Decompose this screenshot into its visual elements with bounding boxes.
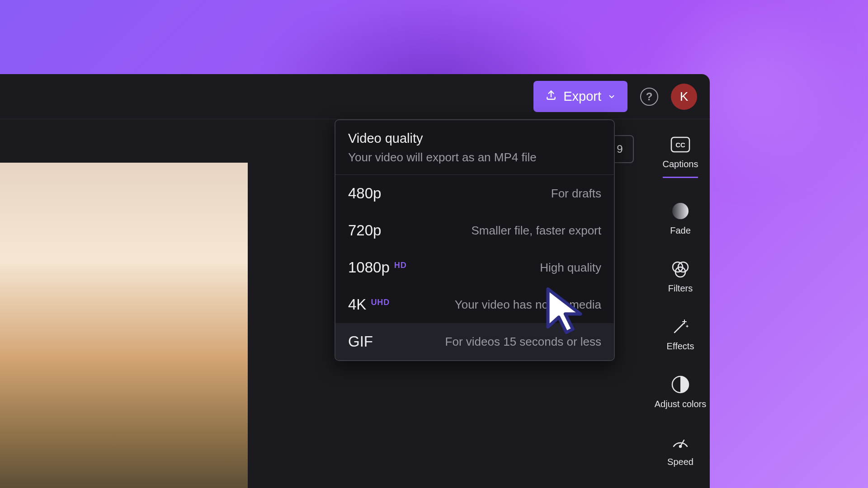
help-button[interactable]: ? xyxy=(640,88,658,106)
rail-item-label: Filters xyxy=(668,283,693,294)
quality-option-gif[interactable]: GIFFor videos 15 seconds or less xyxy=(335,323,614,360)
avatar-initial: K xyxy=(680,89,689,104)
option-left: 480p xyxy=(348,185,381,202)
rail-item-label: Speed xyxy=(667,456,693,467)
option-description: Smaller file, faster export xyxy=(471,224,601,238)
quality-option-480p[interactable]: 480pFor drafts xyxy=(335,175,614,212)
option-description: Your video has no 4K media xyxy=(455,298,601,312)
option-badge: HD xyxy=(394,261,407,270)
right-tool-rail: CCCaptionsFadeFiltersEffectsAdjust color… xyxy=(651,135,710,467)
option-label: 1080p xyxy=(348,259,390,276)
export-button[interactable]: Export xyxy=(533,81,627,112)
app-window: Export ? K 9 CCCaptionsFadeFiltersEffect… xyxy=(0,74,710,488)
rail-item-fade[interactable]: Fade xyxy=(670,202,691,236)
dropdown-subtitle: Your video will export as an MP4 file xyxy=(348,150,601,164)
rail-item-label: Effects xyxy=(667,341,694,352)
effects-icon xyxy=(670,317,691,336)
export-quality-dropdown: Video quality Your video will export as … xyxy=(335,119,615,361)
svg-point-3 xyxy=(672,203,689,219)
dropdown-title: Video quality xyxy=(348,131,601,146)
filters-icon xyxy=(670,259,691,278)
option-left: 1080pHD xyxy=(348,259,407,276)
option-left: 4KUHD xyxy=(348,296,390,313)
option-description: For drafts xyxy=(551,187,601,201)
topbar: Export ? K xyxy=(0,74,710,119)
option-left: GIF xyxy=(348,333,373,350)
rail-item-effects[interactable]: Effects xyxy=(667,317,694,352)
option-label: 480p xyxy=(348,185,381,202)
aspect-ratio-value: 9 xyxy=(617,143,623,155)
captions-icon: CC xyxy=(670,135,691,154)
rail-item-captions[interactable]: CCCaptions xyxy=(663,135,698,178)
quality-option-4k[interactable]: 4KUHDYour video has no 4K media xyxy=(335,286,614,323)
video-preview[interactable] xyxy=(0,163,248,488)
speed-icon xyxy=(670,433,691,452)
rail-item-label: Captions xyxy=(663,159,698,169)
option-label: 720p xyxy=(348,222,381,239)
dropdown-header: Video quality Your video will export as … xyxy=(335,120,614,175)
avatar[interactable]: K xyxy=(671,84,697,110)
export-button-label: Export xyxy=(563,89,601,104)
rail-item-label: Adjust colors xyxy=(655,399,707,409)
help-icon: ? xyxy=(646,90,653,103)
rail-item-speed[interactable]: Speed xyxy=(667,433,693,467)
quality-option-1080p[interactable]: 1080pHDHigh quality xyxy=(335,249,614,286)
chevron-down-icon xyxy=(608,89,616,104)
option-badge: UHD xyxy=(371,298,390,307)
rail-item-adjust-colors[interactable]: Adjust colors xyxy=(655,375,707,409)
fade-icon xyxy=(670,202,691,221)
svg-text:CC: CC xyxy=(675,141,685,149)
adjust-colors-icon xyxy=(670,375,691,394)
rail-item-label: Fade xyxy=(670,225,691,236)
option-label: 4K xyxy=(348,296,366,313)
upload-icon xyxy=(545,89,557,104)
option-description: For videos 15 seconds or less xyxy=(445,335,601,349)
quality-option-720p[interactable]: 720pSmaller file, faster export xyxy=(335,212,614,249)
option-label: GIF xyxy=(348,333,373,350)
rail-item-filters[interactable]: Filters xyxy=(668,259,693,294)
option-left: 720p xyxy=(348,222,381,239)
option-description: High quality xyxy=(540,261,601,275)
svg-point-9 xyxy=(679,446,681,447)
